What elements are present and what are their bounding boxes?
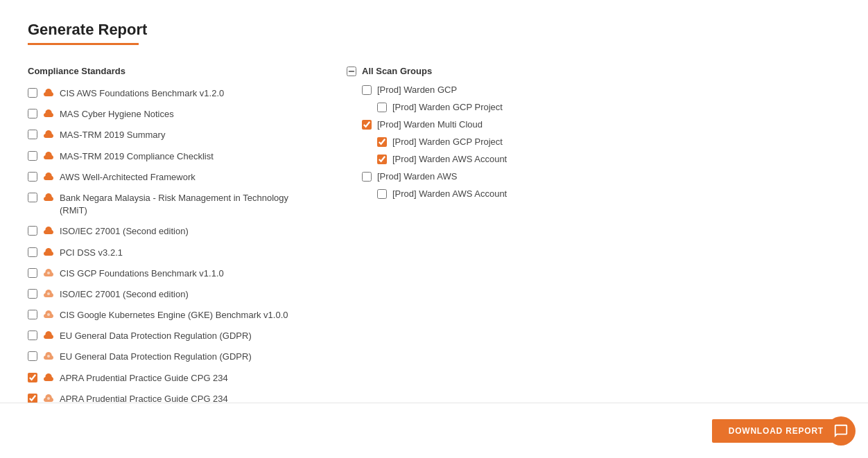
compliance-checkbox[interactable] <box>28 310 37 319</box>
svg-point-2 <box>47 313 50 316</box>
compliance-checkbox[interactable] <box>28 289 37 299</box>
scan-group-sub-checkbox[interactable] <box>377 189 387 199</box>
compliance-checkbox[interactable] <box>28 394 37 403</box>
svg-point-3 <box>47 355 50 358</box>
compliance-checkbox[interactable] <box>28 268 37 278</box>
compliance-item[interactable]: ISO/IEC 27001 (Second edition) <box>28 288 291 301</box>
compliance-checkbox[interactable] <box>28 172 37 182</box>
compliance-item-label: MAS Cyber Hygiene Notices <box>60 108 174 121</box>
scan-group-sub-label: [Prod] Warden GCP Project <box>392 102 503 112</box>
scan-group-sub-item[interactable]: [Prod] Warden GCP Project <box>377 102 840 112</box>
compliance-checkbox[interactable] <box>28 226 37 236</box>
svg-point-0 <box>47 272 50 274</box>
compliance-item[interactable]: MAS Cyber Hygiene Notices <box>28 108 291 121</box>
svg-point-1 <box>47 292 50 295</box>
scan-groups-list: [Prod] Warden GCP [Prod] Warden GCP Proj… <box>347 85 840 199</box>
compliance-item-label: PCI DSS v3.2.1 <box>60 247 123 259</box>
compliance-item[interactable]: MAS-TRM 2019 Compliance Checklist <box>28 150 291 163</box>
all-scan-groups-checkbox[interactable] <box>347 67 356 76</box>
compliance-item[interactable]: CIS AWS Foundations Benchmark v1.2.0 <box>28 87 291 100</box>
scan-group-label: [Prod] Warden AWS <box>377 171 457 182</box>
scan-group-sub-checkbox[interactable] <box>377 137 387 147</box>
scan-group-label: [Prod] Warden Multi Cloud <box>377 119 483 130</box>
scan-group-label: [Prod] Warden GCP <box>377 85 457 95</box>
scan-group-sub-item[interactable]: [Prod] Warden AWS Account <box>377 154 840 164</box>
compliance-checkbox[interactable] <box>28 351 37 361</box>
page-title: Generate Report <box>28 21 840 39</box>
compliance-item[interactable]: MAS-TRM 2019 Summary <box>28 129 291 141</box>
compliance-item-label: APRA Prudential Practice Guide CPG 234 <box>60 372 228 385</box>
compliance-item-label: MAS-TRM 2019 Summary <box>60 129 165 141</box>
compliance-checkbox[interactable] <box>28 151 37 161</box>
compliance-item-label: ISO/IEC 27001 (Second edition) <box>60 225 189 238</box>
scan-group-sub-checkbox[interactable] <box>377 103 387 112</box>
compliance-item[interactable]: ISO/IEC 27001 (Second edition) <box>28 225 291 238</box>
compliance-item[interactable]: EU General Data Protection Regulation (G… <box>28 330 291 342</box>
scan-group-item[interactable]: [Prod] Warden AWS <box>362 171 840 182</box>
scan-groups-section: All Scan Groups [Prod] Warden GCP [Prod]… <box>347 66 840 206</box>
chat-icon <box>833 423 849 439</box>
scan-group-sub-checkbox[interactable] <box>377 155 387 164</box>
scan-group-sub-item[interactable]: [Prod] Warden GCP Project <box>377 136 840 147</box>
scan-group-checkbox[interactable] <box>362 120 372 130</box>
compliance-item[interactable]: CIS Google Kubernetes Engine (GKE) Bench… <box>28 309 291 322</box>
compliance-checkbox[interactable] <box>28 109 37 118</box>
compliance-checkbox[interactable] <box>28 88 37 98</box>
title-underline <box>28 43 139 45</box>
compliance-item-label: EU General Data Protection Regulation (G… <box>60 351 252 363</box>
compliance-item-label: MAS-TRM 2019 Compliance Checklist <box>60 150 214 163</box>
compliance-item-label: Bank Negara Malaysia - Risk Management i… <box>60 192 291 217</box>
compliance-checkbox[interactable] <box>28 247 37 257</box>
compliance-item[interactable]: CIS GCP Foundations Benchmark v1.1.0 <box>28 267 291 280</box>
content-area: Compliance Standards CIS AWS Foundations… <box>28 66 840 414</box>
scan-group-sub-label: [Prod] Warden AWS Account <box>392 188 507 199</box>
compliance-item[interactable]: Bank Negara Malaysia - Risk Management i… <box>28 192 291 217</box>
compliance-item-label: CIS AWS Foundations Benchmark v1.2.0 <box>60 87 224 100</box>
compliance-item[interactable]: EU General Data Protection Regulation (G… <box>28 351 291 363</box>
compliance-checkbox[interactable] <box>28 373 37 382</box>
compliance-section-title: Compliance Standards <box>28 66 291 76</box>
compliance-item-label: AWS Well-Architected Framework <box>60 171 196 184</box>
compliance-item-label: CIS GCP Foundations Benchmark v1.1.0 <box>60 267 224 280</box>
compliance-item-label: EU General Data Protection Regulation (G… <box>60 330 252 342</box>
chat-bubble-button[interactable] <box>826 416 856 446</box>
scan-group-checkbox[interactable] <box>362 172 372 182</box>
download-report-button[interactable]: DOWNLOAD REPORT <box>712 419 840 443</box>
compliance-item[interactable]: APRA Prudential Practice Guide CPG 234 <box>28 372 291 385</box>
scan-group-item[interactable]: [Prod] Warden Multi Cloud <box>362 119 840 130</box>
compliance-item-label: CIS Google Kubernetes Engine (GKE) Bench… <box>60 309 288 322</box>
compliance-checkbox[interactable] <box>28 193 37 202</box>
all-scan-groups-label[interactable]: All Scan Groups <box>362 66 432 76</box>
compliance-item[interactable]: AWS Well-Architected Framework <box>28 171 291 184</box>
page-container: Generate Report Compliance Standards CIS… <box>0 0 868 458</box>
compliance-item[interactable]: PCI DSS v3.2.1 <box>28 247 291 259</box>
scan-group-checkbox[interactable] <box>362 85 372 95</box>
scan-group-sub-label: [Prod] Warden AWS Account <box>392 154 507 164</box>
compliance-list: CIS AWS Foundations Benchmark v1.2.0 MAS… <box>28 87 291 405</box>
scan-group-sub-item[interactable]: [Prod] Warden AWS Account <box>377 188 840 199</box>
compliance-checkbox[interactable] <box>28 331 37 340</box>
scan-group-sub-label: [Prod] Warden GCP Project <box>392 136 503 147</box>
footer-bar: DOWNLOAD REPORT <box>0 403 868 458</box>
all-scan-groups-header: All Scan Groups <box>347 66 840 76</box>
compliance-checkbox[interactable] <box>28 130 37 139</box>
svg-point-4 <box>47 397 50 400</box>
compliance-section: Compliance Standards CIS AWS Foundations… <box>28 66 291 414</box>
scan-group-item[interactable]: [Prod] Warden GCP <box>362 85 840 95</box>
compliance-item-label: ISO/IEC 27001 (Second edition) <box>60 288 189 301</box>
